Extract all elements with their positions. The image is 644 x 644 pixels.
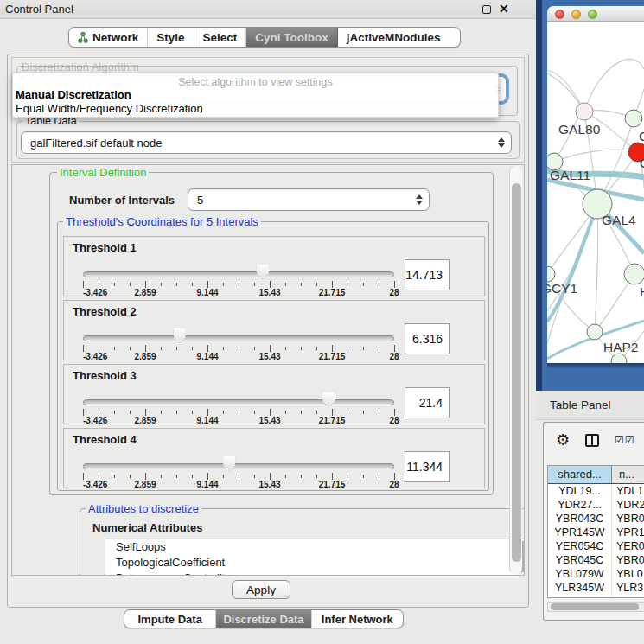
node-right-middle[interactable]: [624, 264, 644, 284]
node-partial-top-right[interactable]: [625, 110, 642, 127]
table-data-combobox[interactable]: galFiltered.sif default node: [21, 131, 512, 154]
table-row[interactable]: YLR345WYLR3: [548, 581, 644, 595]
network-canvas[interactable]: GAL80 GAL11 GAL4 GCY1 HAP2 G C H: [547, 22, 644, 363]
apply-button[interactable]: Apply: [232, 580, 290, 599]
tab-infer-network[interactable]: Infer Network: [312, 610, 403, 628]
network-icon: [78, 32, 88, 43]
slider-thumb[interactable]: [257, 265, 269, 280]
table-horizontal-scrollbar[interactable]: [547, 602, 644, 612]
control-panel-title: Control Panel: [5, 3, 73, 16]
column-header-name[interactable]: n...: [612, 466, 644, 483]
shared-name-cell[interactable]: YPR145W: [548, 526, 612, 539]
shared-name-cell[interactable]: YLR345W: [548, 581, 612, 595]
name-cell[interactable]: YBR0: [612, 512, 644, 526]
zoom-traffic-light-icon[interactable]: [588, 10, 597, 19]
tab-label: Cyni Toolbox: [255, 31, 328, 44]
app-root: Control Panel ✕ NetworkStyleSelectCyni T…: [0, 0, 644, 644]
threshold-value-field[interactable]: 21.4: [405, 387, 450, 418]
panel-scrollbar-thumb[interactable]: [512, 183, 521, 562]
table-horizontal-scrollbar-thumb[interactable]: [551, 603, 639, 610]
control-panel-titlebar: Control Panel ✕: [0, 0, 536, 19]
slider-thumb[interactable]: [174, 328, 186, 344]
table-row[interactable]: YBR043CYBR0: [548, 512, 644, 526]
slider-track[interactable]: [83, 463, 394, 469]
node-label-partial-c: C: [640, 156, 644, 171]
attribute-item[interactable]: SelfLoops: [105, 539, 525, 555]
table-row[interactable]: YBL079WYBL0: [548, 567, 644, 581]
dropdown-option[interactable]: Manual Discretization: [16, 88, 131, 101]
number-of-intervals-combobox[interactable]: 5: [188, 188, 430, 211]
tab-cyni-toolbox[interactable]: Cyni Toolbox: [246, 28, 338, 47]
name-cell[interactable]: YBL0: [612, 567, 644, 581]
threshold-value-field[interactable]: 6.316: [405, 323, 450, 354]
table-row[interactable]: YER054CYER0: [548, 539, 644, 553]
shared-name-cell[interactable]: YIL052C: [548, 595, 612, 598]
slider-track[interactable]: [83, 335, 394, 341]
node-hap2[interactable]: [587, 324, 603, 340]
threshold-row: Threshold 1-3.4262.8599.14415.4321.71528…: [63, 236, 485, 296]
node-label-gal80: GAL80: [558, 122, 600, 137]
table-row[interactable]: YPR145WYPR1: [548, 526, 644, 539]
slider-track[interactable]: [83, 399, 394, 405]
table-row[interactable]: YDR27...YDR2: [548, 498, 644, 512]
tab-label: Network: [92, 31, 138, 44]
name-cell[interactable]: YBR0: [612, 553, 644, 567]
tab-style[interactable]: Style: [148, 28, 194, 47]
slider-scale-labels: -3.4262.8599.14415.4321.71528: [83, 288, 394, 297]
columns-icon[interactable]: [585, 434, 599, 447]
numerical-attributes-list[interactable]: SelfLoopsTopologicalCoefficientBetweenne…: [105, 539, 525, 576]
threshold-row: Threshold 4-3.4262.8599.14415.4321.71528…: [63, 428, 485, 488]
name-cell[interactable]: YDR2: [612, 498, 644, 512]
threshold-label: Threshold 4: [73, 433, 137, 446]
shared-name-cell[interactable]: YDR27...: [548, 498, 612, 512]
select-columns-checkboxes-icon[interactable]: ☑☑: [615, 434, 635, 446]
tab-jactivemnodules[interactable]: jActiveMNodules: [338, 28, 450, 47]
name-cell[interactable]: YIL0: [612, 595, 644, 598]
shared-name-cell[interactable]: YER054C: [548, 539, 612, 553]
node-label-gcy1: GCY1: [547, 281, 577, 296]
name-cell[interactable]: YDL1: [612, 484, 644, 498]
attribute-item[interactable]: TopologicalCoefficient: [105, 555, 525, 571]
shared-name-cell[interactable]: YBR045C: [548, 553, 612, 567]
number-of-intervals-value: 5: [197, 194, 203, 207]
table-panel-titlebar: Table Panel: [536, 391, 644, 420]
interval-definition-label: Interval Definition: [57, 166, 149, 179]
table-row[interactable]: YDL19...YDL1: [548, 484, 644, 498]
tab-impute-data[interactable]: Impute Data: [124, 610, 216, 628]
tab-discretize-data[interactable]: Discretize Data: [216, 610, 311, 628]
table-row[interactable]: YIL052CYIL0: [548, 595, 644, 598]
shared-name-cell[interactable]: YBR043C: [548, 512, 612, 526]
close-traffic-light-icon[interactable]: [555, 10, 564, 19]
gear-icon[interactable]: ⚙: [556, 430, 570, 449]
table-data-value: galFiltered.sif default node: [30, 137, 162, 150]
column-header-shared-name[interactable]: shared...: [548, 466, 612, 483]
slider-thumb[interactable]: [322, 392, 335, 408]
panel-scrollbar[interactable]: [509, 166, 522, 574]
float-window-icon[interactable]: [482, 5, 491, 14]
slider-thumb[interactable]: [223, 456, 235, 472]
minimize-traffic-light-icon[interactable]: [571, 10, 581, 19]
tab-select[interactable]: Select: [194, 28, 247, 47]
network-graph: [547, 22, 644, 363]
name-cell[interactable]: YLR3: [612, 581, 644, 595]
settings-scroll-panel: Interval Definition Number of Intervals …: [11, 164, 525, 576]
close-icon[interactable]: ✕: [499, 2, 509, 16]
table-panel: ⚙ ☑☑ shared... n... YDL19...YDL1YDR27...…: [543, 422, 644, 621]
threshold-value-field[interactable]: 14.713: [405, 259, 450, 290]
numerical-attributes-label: Numerical Attributes: [92, 521, 202, 534]
threshold-value-field[interactable]: 11.344: [405, 451, 450, 482]
table-row[interactable]: YBR045CYBR0: [548, 553, 644, 567]
attribute-item[interactable]: BetweennessCentrality: [105, 571, 525, 576]
threshold-row: Threshold 2-3.4262.8599.14415.4321.71528…: [63, 300, 485, 360]
name-cell[interactable]: YPR1: [612, 526, 644, 539]
shared-name-cell[interactable]: YDL19...: [548, 484, 612, 498]
network-window-titlebar[interactable]: [547, 6, 644, 22]
node-gal80[interactable]: [576, 103, 593, 120]
dropdown-option[interactable]: Equal Width/Frequency Discretization: [16, 102, 203, 115]
node-gcy1[interactable]: [547, 266, 555, 282]
slider-track[interactable]: [83, 271, 394, 277]
tab-network[interactable]: Network: [69, 28, 148, 47]
slider-scale-labels: -3.4262.8599.14415.4321.71528: [83, 416, 394, 425]
name-cell[interactable]: YER0: [612, 539, 644, 553]
shared-name-cell[interactable]: YBL079W: [548, 567, 612, 581]
